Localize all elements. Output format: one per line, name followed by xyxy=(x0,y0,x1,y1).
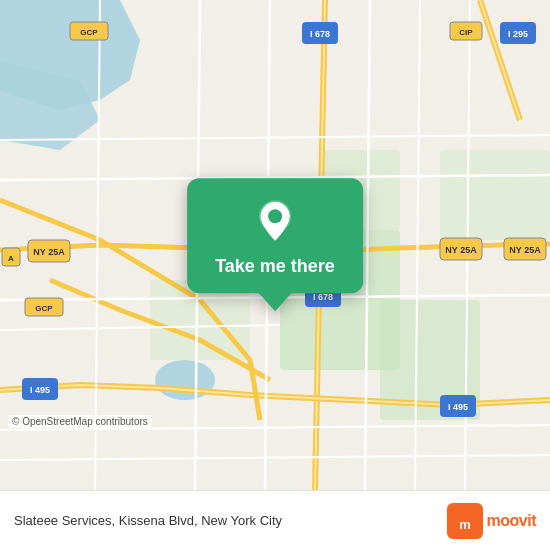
svg-text:GCP: GCP xyxy=(35,304,53,313)
svg-text:m: m xyxy=(459,517,471,532)
location-text: Slateee Services, Kissena Blvd, New York… xyxy=(14,513,282,528)
copyright-text: © OpenStreetMap contributors xyxy=(8,415,152,428)
svg-text:I 495: I 495 xyxy=(448,402,468,412)
svg-rect-6 xyxy=(440,150,550,240)
bottom-bar: Slateee Services, Kissena Blvd, New York… xyxy=(0,490,550,550)
moovit-logo-text: moovit xyxy=(487,512,536,530)
svg-text:I 295: I 295 xyxy=(508,29,528,39)
svg-text:I 678: I 678 xyxy=(310,29,330,39)
svg-text:I 495: I 495 xyxy=(30,385,50,395)
svg-text:NY 25A: NY 25A xyxy=(33,247,65,257)
svg-point-46 xyxy=(268,209,282,223)
take-me-there-button[interactable]: Take me there xyxy=(215,254,335,279)
svg-text:GCP: GCP xyxy=(80,28,98,37)
moovit-brand-icon: m xyxy=(447,503,483,539)
svg-text:NY 25A: NY 25A xyxy=(509,245,541,255)
moovit-logo: m moovit xyxy=(447,503,536,539)
map-container: I 678 I 678 I 295 I 495 I 495 NY 25A NY … xyxy=(0,0,550,490)
popup-overlay: Take me there xyxy=(187,178,363,293)
svg-text:CIP: CIP xyxy=(459,28,473,37)
svg-text:NY 25A: NY 25A xyxy=(445,245,477,255)
location-pin-icon xyxy=(251,196,299,244)
svg-text:A: A xyxy=(8,254,14,263)
popup-bubble: Take me there xyxy=(187,178,363,293)
svg-text:I 678: I 678 xyxy=(313,292,333,302)
